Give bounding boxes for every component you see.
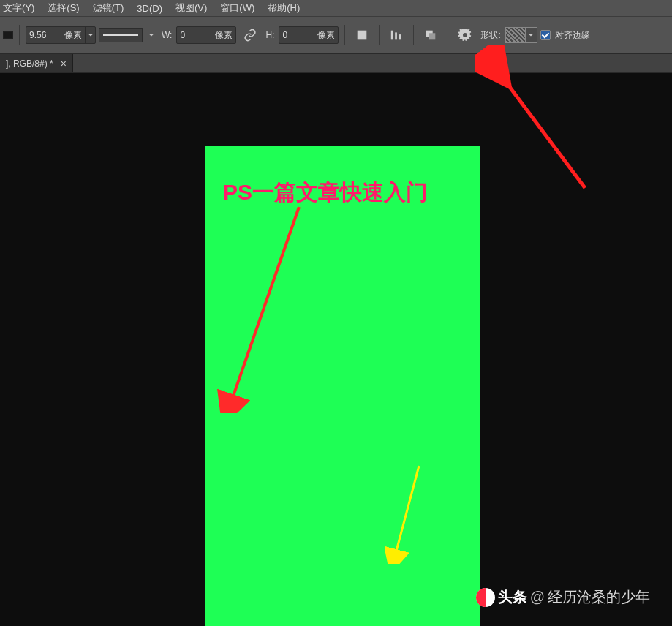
stroke-width-unit: 像素 xyxy=(64,29,85,42)
menu-help[interactable]: 帮助(H) xyxy=(268,1,300,15)
svg-rect-3 xyxy=(399,34,401,39)
close-icon[interactable]: × xyxy=(61,59,67,69)
watermark-brand: 头条 xyxy=(498,587,527,607)
menu-3d[interactable]: 3D(D) xyxy=(137,3,162,14)
svg-line-8 xyxy=(486,56,585,188)
stroke-preset[interactable] xyxy=(99,28,143,42)
annotation-arrow-red xyxy=(217,201,312,413)
gear-icon[interactable] xyxy=(454,24,476,46)
svg-line-6 xyxy=(232,207,299,400)
align-edges-label: 对齐边缘 xyxy=(554,29,592,42)
width-input[interactable] xyxy=(177,30,215,40)
link-wh-icon[interactable] xyxy=(239,24,261,46)
hatch-pattern-icon xyxy=(505,27,526,43)
height-unit: 像素 xyxy=(317,29,338,42)
menu-filter[interactable]: 滤镜(T) xyxy=(93,1,124,15)
watermark: 头条 @ 经历沧桑的少年 xyxy=(476,587,650,607)
document-tab[interactable]: ], RGB/8#) * × xyxy=(0,54,73,72)
menu-select[interactable]: 选择(S) xyxy=(48,1,79,15)
svg-line-7 xyxy=(396,466,419,554)
stroke-width-field[interactable]: 像素 xyxy=(26,26,96,44)
path-arrange-icon[interactable] xyxy=(420,24,442,46)
shape-label: 形状: xyxy=(479,29,502,42)
menu-view[interactable]: 视图(V) xyxy=(175,1,207,15)
watermark-at: @ xyxy=(530,589,545,606)
menu-text[interactable]: 文字(Y) xyxy=(3,1,34,15)
canvas-headline: PS一篇文章快速入门 xyxy=(223,178,428,208)
svg-rect-5 xyxy=(429,33,436,39)
menu-window[interactable]: 窗口(W) xyxy=(220,1,254,15)
stroke-style-icon[interactable] xyxy=(3,31,13,39)
svg-rect-0 xyxy=(358,31,367,40)
stroke-width-dropdown-icon[interactable] xyxy=(85,27,95,43)
width-field[interactable]: 像素 xyxy=(176,26,236,44)
height-label: H: xyxy=(264,30,276,40)
width-unit: 像素 xyxy=(215,29,235,42)
stroke-width-input[interactable] xyxy=(26,30,64,40)
stroke-preset-dropdown-icon[interactable] xyxy=(146,32,157,38)
options-bar: 像素 W: 像素 H: 像素 形状: 对齐边缘 xyxy=(0,16,672,54)
menu-bar: 文字(Y) 选择(S) 滤镜(T) 3D(D) 视图(V) 窗口(W) 帮助(H… xyxy=(0,0,672,16)
svg-rect-1 xyxy=(391,31,393,40)
document-tab-strip: ], RGB/8#) * × xyxy=(0,54,672,73)
width-label: W: xyxy=(160,30,173,40)
watermark-name: 经历沧桑的少年 xyxy=(548,587,650,607)
height-input[interactable] xyxy=(279,30,317,40)
path-operations-icon[interactable] xyxy=(351,24,373,46)
path-align-icon[interactable] xyxy=(385,24,407,46)
annotation-arrow-yellow xyxy=(385,461,429,564)
shape-preset-dropdown-icon[interactable] xyxy=(526,27,537,43)
canvas-stage[interactable]: PS一篇文章快速入门 头条 @ 经历沧桑的少年 xyxy=(0,73,672,626)
svg-rect-2 xyxy=(396,32,398,39)
solid-line-icon xyxy=(103,34,138,36)
watermark-logo-icon xyxy=(476,588,495,607)
shape-preset[interactable] xyxy=(505,27,537,43)
document-tab-title: ], RGB/8#) * xyxy=(6,59,53,69)
artboard[interactable]: PS一篇文章快速入门 xyxy=(205,146,480,626)
height-field[interactable]: 像素 xyxy=(279,26,339,44)
align-edges-checkbox[interactable] xyxy=(540,30,551,40)
